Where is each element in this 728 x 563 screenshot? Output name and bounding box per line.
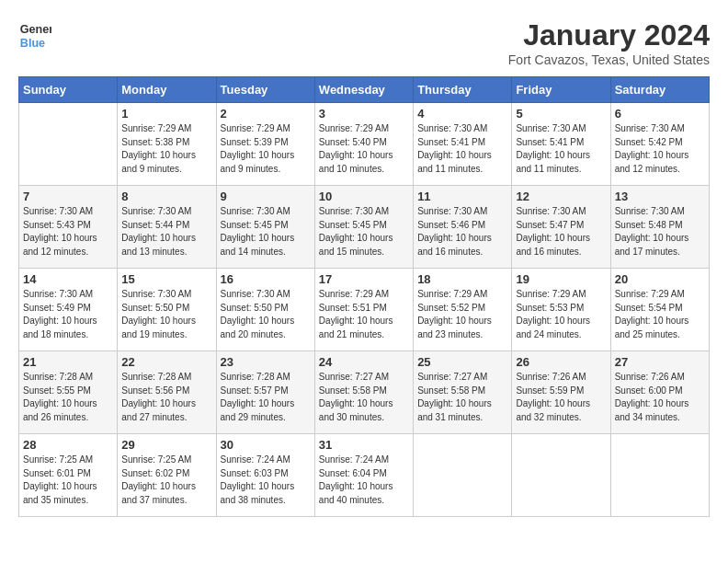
- day-info: Sunrise: 7:27 AM Sunset: 5:58 PM Dayligh…: [417, 371, 507, 424]
- day-number: 21: [23, 355, 113, 369]
- day-number: 27: [615, 355, 705, 369]
- day-info: Sunrise: 7:29 AM Sunset: 5:38 PM Dayligh…: [121, 122, 211, 176]
- day-info: Sunrise: 7:29 AM Sunset: 5:51 PM Dayligh…: [319, 288, 409, 341]
- header-cell-saturday: Saturday: [610, 77, 709, 103]
- day-cell: 14Sunrise: 7:30 AM Sunset: 5:49 PM Dayli…: [19, 269, 118, 351]
- day-cell: 27Sunrise: 7:26 AM Sunset: 6:00 PM Dayli…: [610, 351, 709, 434]
- day-number: 30: [221, 438, 311, 452]
- week-row-1: 1Sunrise: 7:29 AM Sunset: 5:38 PM Daylig…: [19, 103, 710, 186]
- day-info: Sunrise: 7:30 AM Sunset: 5:44 PM Dayligh…: [121, 205, 211, 259]
- day-info: Sunrise: 7:24 AM Sunset: 6:04 PM Dayligh…: [319, 454, 409, 507]
- day-cell: 18Sunrise: 7:29 AM Sunset: 5:52 PM Dayli…: [414, 269, 512, 351]
- day-number: 23: [221, 355, 311, 369]
- day-cell: 26Sunrise: 7:26 AM Sunset: 5:59 PM Dayli…: [512, 351, 610, 434]
- day-cell: 17Sunrise: 7:29 AM Sunset: 5:51 PM Dayli…: [314, 269, 413, 351]
- day-number: 11: [417, 190, 507, 203]
- day-cell: 9Sunrise: 7:30 AM Sunset: 5:45 PM Daylig…: [216, 186, 314, 269]
- day-info: Sunrise: 7:29 AM Sunset: 5:53 PM Dayligh…: [516, 288, 606, 341]
- svg-text:Blue: Blue: [20, 37, 45, 50]
- day-cell: [414, 434, 512, 517]
- day-cell: 22Sunrise: 7:28 AM Sunset: 5:56 PM Dayli…: [118, 351, 216, 434]
- day-cell: 11Sunrise: 7:30 AM Sunset: 5:46 PM Dayli…: [414, 186, 512, 269]
- day-cell: 6Sunrise: 7:30 AM Sunset: 5:42 PM Daylig…: [610, 103, 709, 186]
- day-info: Sunrise: 7:29 AM Sunset: 5:39 PM Dayligh…: [221, 122, 311, 176]
- day-cell: 28Sunrise: 7:25 AM Sunset: 6:01 PM Dayli…: [19, 434, 118, 517]
- day-number: 7: [23, 190, 113, 203]
- header-cell-monday: Monday: [118, 77, 216, 103]
- day-number: 15: [121, 272, 211, 286]
- day-cell: 4Sunrise: 7:30 AM Sunset: 5:41 PM Daylig…: [414, 103, 512, 186]
- day-info: Sunrise: 7:30 AM Sunset: 5:42 PM Dayligh…: [615, 122, 705, 176]
- week-row-3: 14Sunrise: 7:30 AM Sunset: 5:49 PM Dayli…: [19, 269, 710, 351]
- day-cell: 7Sunrise: 7:30 AM Sunset: 5:43 PM Daylig…: [19, 186, 118, 269]
- day-cell: 5Sunrise: 7:30 AM Sunset: 5:41 PM Daylig…: [512, 103, 610, 186]
- day-number: 4: [417, 107, 507, 121]
- day-cell: 12Sunrise: 7:30 AM Sunset: 5:47 PM Dayli…: [512, 186, 610, 269]
- logo: General Blue: [18, 18, 51, 52]
- day-cell: 21Sunrise: 7:28 AM Sunset: 5:55 PM Dayli…: [19, 351, 118, 434]
- week-row-2: 7Sunrise: 7:30 AM Sunset: 5:43 PM Daylig…: [19, 186, 710, 269]
- day-cell: [512, 434, 610, 517]
- day-number: 14: [23, 272, 113, 286]
- day-cell: 31Sunrise: 7:24 AM Sunset: 6:04 PM Dayli…: [314, 434, 413, 517]
- day-info: Sunrise: 7:30 AM Sunset: 5:43 PM Dayligh…: [23, 205, 113, 259]
- day-info: Sunrise: 7:29 AM Sunset: 5:40 PM Dayligh…: [319, 122, 409, 176]
- header-cell-wednesday: Wednesday: [314, 77, 413, 103]
- day-cell: 30Sunrise: 7:24 AM Sunset: 6:03 PM Dayli…: [216, 434, 314, 517]
- day-info: Sunrise: 7:30 AM Sunset: 5:50 PM Dayligh…: [221, 288, 311, 341]
- day-info: Sunrise: 7:25 AM Sunset: 6:01 PM Dayligh…: [23, 454, 113, 507]
- header-cell-friday: Friday: [512, 77, 610, 103]
- day-cell: 1Sunrise: 7:29 AM Sunset: 5:38 PM Daylig…: [118, 103, 216, 186]
- svg-text:General: General: [20, 23, 51, 36]
- day-cell: 19Sunrise: 7:29 AM Sunset: 5:53 PM Dayli…: [512, 269, 610, 351]
- day-info: Sunrise: 7:24 AM Sunset: 6:03 PM Dayligh…: [221, 454, 311, 507]
- day-number: 25: [417, 355, 507, 369]
- day-number: 12: [516, 190, 606, 203]
- day-info: Sunrise: 7:30 AM Sunset: 5:45 PM Dayligh…: [221, 205, 311, 259]
- day-cell: 2Sunrise: 7:29 AM Sunset: 5:39 PM Daylig…: [216, 103, 314, 186]
- day-info: Sunrise: 7:25 AM Sunset: 6:02 PM Dayligh…: [121, 454, 211, 507]
- week-row-5: 28Sunrise: 7:25 AM Sunset: 6:01 PM Dayli…: [19, 434, 710, 517]
- day-cell: 16Sunrise: 7:30 AM Sunset: 5:50 PM Dayli…: [216, 269, 314, 351]
- day-number: 20: [615, 272, 705, 286]
- day-info: Sunrise: 7:30 AM Sunset: 5:46 PM Dayligh…: [417, 205, 507, 259]
- header-row: SundayMondayTuesdayWednesdayThursdayFrid…: [19, 77, 710, 103]
- day-cell: 29Sunrise: 7:25 AM Sunset: 6:02 PM Dayli…: [118, 434, 216, 517]
- day-number: 13: [615, 190, 705, 203]
- day-cell: 15Sunrise: 7:30 AM Sunset: 5:50 PM Dayli…: [118, 269, 216, 351]
- day-info: Sunrise: 7:30 AM Sunset: 5:41 PM Dayligh…: [417, 122, 507, 176]
- week-row-4: 21Sunrise: 7:28 AM Sunset: 5:55 PM Dayli…: [19, 351, 710, 434]
- day-cell: 20Sunrise: 7:29 AM Sunset: 5:54 PM Dayli…: [610, 269, 709, 351]
- header-cell-thursday: Thursday: [414, 77, 512, 103]
- day-info: Sunrise: 7:27 AM Sunset: 5:58 PM Dayligh…: [319, 371, 409, 424]
- day-number: 18: [417, 272, 507, 286]
- header-cell-sunday: Sunday: [19, 77, 118, 103]
- day-number: 10: [319, 190, 409, 203]
- day-cell: 8Sunrise: 7:30 AM Sunset: 5:44 PM Daylig…: [118, 186, 216, 269]
- day-cell: [19, 103, 118, 186]
- day-cell: 13Sunrise: 7:30 AM Sunset: 5:48 PM Dayli…: [610, 186, 709, 269]
- day-info: Sunrise: 7:26 AM Sunset: 6:00 PM Dayligh…: [615, 371, 705, 424]
- day-cell: 10Sunrise: 7:30 AM Sunset: 5:45 PM Dayli…: [314, 186, 413, 269]
- logo-icon: General Blue: [18, 18, 51, 52]
- day-info: Sunrise: 7:29 AM Sunset: 5:52 PM Dayligh…: [417, 288, 507, 341]
- calendar-title: January 2024: [508, 18, 710, 52]
- day-cell: 23Sunrise: 7:28 AM Sunset: 5:57 PM Dayli…: [216, 351, 314, 434]
- day-number: 28: [23, 438, 113, 452]
- day-info: Sunrise: 7:30 AM Sunset: 5:49 PM Dayligh…: [23, 288, 113, 341]
- day-number: 19: [516, 272, 606, 286]
- day-number: 5: [516, 107, 606, 121]
- calendar-table: SundayMondayTuesdayWednesdayThursdayFrid…: [18, 76, 710, 517]
- day-cell: 24Sunrise: 7:27 AM Sunset: 5:58 PM Dayli…: [314, 351, 413, 434]
- day-number: 29: [121, 438, 211, 452]
- day-number: 9: [221, 190, 311, 203]
- day-cell: 3Sunrise: 7:29 AM Sunset: 5:40 PM Daylig…: [314, 103, 413, 186]
- day-cell: 25Sunrise: 7:27 AM Sunset: 5:58 PM Dayli…: [414, 351, 512, 434]
- day-info: Sunrise: 7:30 AM Sunset: 5:50 PM Dayligh…: [121, 288, 211, 341]
- page-header: General Blue January 2024 Fort Cavazos, …: [18, 18, 710, 67]
- day-number: 31: [319, 438, 409, 452]
- title-section: January 2024 Fort Cavazos, Texas, United…: [508, 18, 710, 67]
- day-number: 24: [319, 355, 409, 369]
- day-info: Sunrise: 7:29 AM Sunset: 5:54 PM Dayligh…: [615, 288, 705, 341]
- day-number: 16: [221, 272, 311, 286]
